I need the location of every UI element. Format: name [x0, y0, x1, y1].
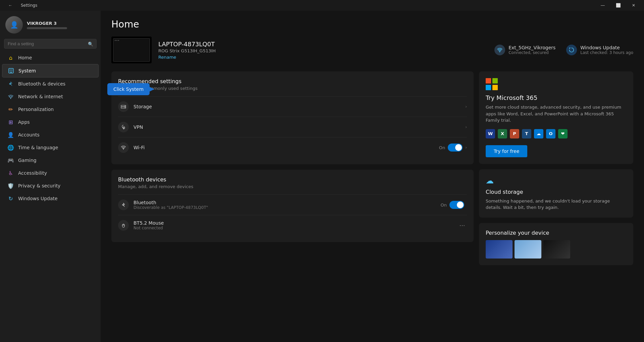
wifi-setting-chevron: › [465, 145, 467, 150]
sidebar-item-home[interactable]: ⌂ Home [2, 51, 99, 64]
sidebar-item-personalization[interactable]: ✏️ Personalization [2, 103, 99, 116]
recommended-panel: Recommended settings Recent and commonly… [111, 71, 474, 164]
titlebar-left: ← Settings [3, 0, 37, 11]
svg-rect-2 [10, 72, 12, 73]
wifi-setting-label: Wi-Fi [133, 145, 439, 150]
sidebar-item-accessibility[interactable]: ♿ Accessibility [2, 167, 99, 179]
recommended-title: Recommended settings [118, 78, 467, 84]
wifi-toggle[interactable] [448, 144, 463, 152]
sidebar-item-bluetooth[interactable]: Bluetooth & devices [2, 77, 99, 90]
maximize-button[interactable]: ⬜ [610, 0, 626, 11]
bt-mouse-label: BT5.2 Mouse Not connected [133, 220, 458, 230]
excel-icon: X [498, 129, 507, 138]
bt-more-button[interactable]: ··· [458, 221, 467, 230]
minimize-button[interactable]: — [595, 0, 610, 11]
device-rename-link[interactable]: Rename [158, 55, 488, 60]
vpn-setting-row[interactable]: VPN › [118, 117, 467, 137]
cloud-storage-panel: ☁ Cloud storage Something happened, and … [479, 169, 633, 218]
sidebar-item-label: Accounts [18, 132, 40, 137]
search-icon: 🔍 [88, 41, 93, 46]
sidebar-item-system[interactable]: System [2, 64, 99, 77]
sidebar-item-label: System [18, 68, 36, 73]
sidebar-item-label: Home [18, 55, 32, 60]
avatar-image: 👤 [5, 16, 23, 34]
bt-mouse-row[interactable]: BT5.2 Mouse Not connected ··· [118, 215, 467, 235]
update-name: Windows Update [580, 45, 633, 50]
wifi-name: Ext_5GHz_Vikrogers [508, 45, 555, 50]
try-free-button[interactable]: Try for free [486, 145, 527, 157]
personalize-thumbnails [486, 240, 627, 259]
sidebar-item-network[interactable]: Network & internet [2, 90, 99, 103]
apps-icon: ⊞ [7, 119, 14, 125]
device-model: ROG Strix G513IH_G513IH [158, 48, 488, 53]
right-panels: Try Microsoft 365 Get more cloud storage… [479, 71, 633, 265]
outlook-icon: O [546, 129, 555, 138]
bluetooth-toggle-row[interactable]: Bluetooth Discoverable as "LAPTOP-4873LQ… [118, 194, 467, 215]
sidebar-item-label: Windows Update [18, 196, 58, 201]
search-input[interactable] [4, 39, 97, 49]
bluetooth-toggle[interactable] [449, 201, 464, 209]
device-status-items: Ext_5GHz_Vikrogers Connected, secured Wi… [494, 45, 633, 55]
svg-point-11 [123, 149, 124, 150]
back-button[interactable]: ← [3, 0, 18, 11]
sidebar-item-apps[interactable]: ⊞ Apps [2, 116, 99, 128]
personalize-thumb-1[interactable] [486, 240, 513, 259]
close-button[interactable]: ✕ [626, 0, 641, 11]
titlebar: ← Settings — ⬜ ✕ [0, 0, 644, 11]
ms365-desc: Get more cloud storage, advanced securit… [486, 104, 627, 124]
svg-rect-10 [123, 128, 124, 129]
device-info: LAPTOP-4873LQ0T ROG Strix G513IH_G513IH … [158, 41, 488, 60]
sidebar-item-label: Apps [18, 119, 30, 125]
personalize-thumb-2[interactable] [515, 240, 541, 259]
accessibility-icon: ♿ [7, 170, 14, 176]
sidebar-item-time[interactable]: 🌐 Time & language [2, 141, 99, 154]
username-bar [27, 27, 67, 29]
word-icon: W [486, 129, 495, 138]
titlebar-controls: — ⬜ ✕ [595, 0, 641, 11]
wifi-toggle-thumb [455, 144, 462, 151]
sidebar-item-label: Personalization [18, 107, 54, 112]
bluetooth-panel: Bluetooth devices Manage, add, and remov… [111, 170, 474, 242]
recommended-subtitle: Recent and commonly used settings [118, 86, 467, 91]
bt-mouse-icon [118, 220, 129, 231]
powerpoint-icon: P [510, 129, 519, 138]
sidebar-user[interactable]: 👤 VIKROGER 3 [0, 11, 101, 38]
svg-rect-1 [9, 69, 13, 72]
sidebar-item-accounts[interactable]: 👤 Accounts [2, 128, 99, 141]
svg-point-4 [499, 52, 500, 52]
personalize-panel: Personalize your device [479, 223, 633, 265]
storage-icon [118, 101, 129, 112]
svg-rect-17 [486, 85, 491, 90]
bluetooth-icon [7, 80, 14, 87]
svg-rect-15 [486, 78, 491, 83]
onedrive-icon: ☁ [534, 129, 543, 138]
storage-setting-row[interactable]: Storage › [118, 96, 467, 117]
svg-point-7 [125, 106, 125, 106]
sidebar-item-label: Privacy & security [18, 183, 60, 188]
wifi-icon [494, 45, 505, 55]
wifi-setting-row[interactable]: Wi-Fi On › [118, 137, 467, 158]
sidebar-item-update[interactable]: ↻ Windows Update [2, 192, 99, 205]
wifi-status-item: Ext_5GHz_Vikrogers Connected, secured [494, 45, 555, 55]
bt-title: Bluetooth devices [118, 176, 467, 183]
bt-device-name: Bluetooth [133, 200, 441, 205]
svg-rect-16 [492, 78, 498, 83]
sidebar-item-label: Accessibility [18, 170, 47, 176]
sidebar-item-label: Network & internet [18, 94, 63, 99]
personalize-thumb-3[interactable] [543, 240, 570, 259]
bt-mouse-sub: Not connected [133, 226, 458, 230]
left-panels: Recommended settings Recent and commonly… [111, 71, 474, 265]
personalization-icon: ✏️ [7, 106, 14, 113]
ms365-apps: W X P T ☁ O ❤ [486, 129, 627, 138]
sidebar-item-label: Bluetooth & devices [18, 81, 65, 87]
svg-point-8 [125, 107, 125, 108]
device-thumbnail [111, 37, 152, 63]
sidebar-item-privacy[interactable]: 🛡️ Privacy & security [2, 179, 99, 192]
search-container[interactable]: 🔍 [4, 39, 97, 49]
cloud-desc: Something happened, and we couldn't load… [486, 198, 627, 211]
wifi-status: Connected, secured [508, 50, 555, 55]
vpn-icon [118, 122, 129, 132]
ms365-panel: Try Microsoft 365 Get more cloud storage… [479, 71, 633, 164]
device-dots [115, 40, 119, 41]
sidebar-item-gaming[interactable]: 🎮 Gaming [2, 154, 99, 167]
